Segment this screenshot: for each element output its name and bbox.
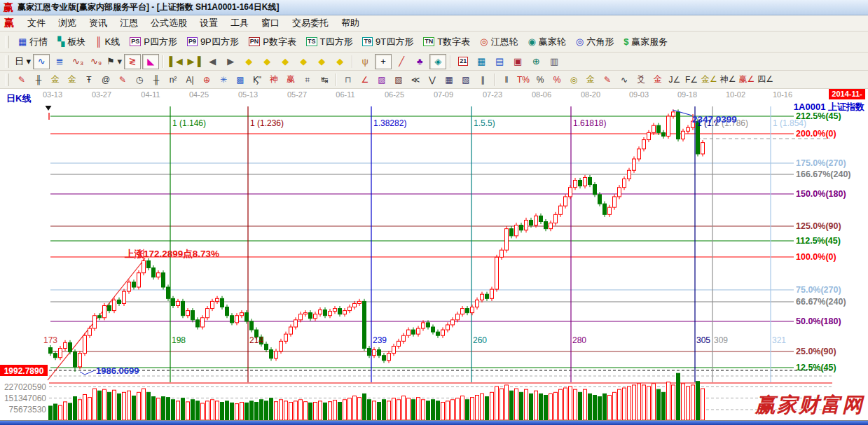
span-arrow-tool[interactable]: ↹ bbox=[317, 72, 332, 88]
spiral-tool[interactable]: @ bbox=[98, 72, 113, 88]
p-square-button[interactable]: PSP四方形 bbox=[125, 33, 182, 51]
fan-purple-tool[interactable]: ▨ bbox=[374, 72, 390, 88]
nav-prev-tool[interactable]: ◀ bbox=[204, 54, 221, 69]
k-quote-tool[interactable]: Ϗ" bbox=[249, 72, 265, 88]
toolbar-grip[interactable] bbox=[6, 55, 9, 68]
ruler-123-tool[interactable]: ⌗ bbox=[300, 72, 315, 88]
f-angle-tool[interactable]: F∠ bbox=[684, 72, 699, 88]
pan-hand-tool[interactable]: ψ bbox=[357, 54, 373, 69]
toolbar-grip[interactable] bbox=[6, 74, 9, 86]
calendar-21-tool[interactable]: 21 bbox=[455, 54, 471, 69]
gann-wheel-button[interactable]: ◎江恩轮 bbox=[475, 33, 523, 51]
wave-box-tool[interactable]: ∿ bbox=[616, 72, 632, 88]
angle-a-tool[interactable]: A| bbox=[182, 72, 198, 88]
percent-line-tool[interactable]: % bbox=[549, 72, 565, 88]
diamond-all-tool[interactable]: ◆ bbox=[331, 54, 348, 69]
winner-wheel-button[interactable]: ◉赢家轮 bbox=[523, 33, 570, 51]
menu-item-1[interactable]: 文件 bbox=[21, 15, 52, 31]
title-bar[interactable]: 赢 赢家江恩专业版[赢家内部服务平台] - [上证指数 SH1A0001-164… bbox=[0, 0, 868, 15]
ruler-2-tool[interactable]: ╫ bbox=[149, 72, 164, 88]
formula-scribble-tool[interactable]: ≷ bbox=[124, 54, 141, 69]
f-ruler-tool[interactable]: Ŧ bbox=[81, 72, 97, 88]
grid-square-tool[interactable]: ▦ bbox=[441, 72, 457, 88]
diamond-right-tool[interactable]: ◆ bbox=[259, 54, 275, 69]
menu-item-6[interactable]: 设置 bbox=[193, 15, 224, 31]
p-table-button[interactable]: PNP数字表 bbox=[244, 33, 301, 51]
menu-item-2[interactable]: 浏览 bbox=[52, 15, 83, 31]
gold-gate-2-tool[interactable]: 金 bbox=[64, 72, 80, 88]
menu-item-7[interactable]: 工具 bbox=[224, 15, 255, 31]
compass-blue-tool[interactable]: ✳ bbox=[216, 72, 231, 88]
percent-tool[interactable]: % bbox=[532, 72, 548, 88]
kline-button[interactable]: ║K线 bbox=[90, 33, 125, 51]
t-table-button[interactable]: TNT数字表 bbox=[418, 33, 475, 51]
brush-3-tool[interactable]: ✎ bbox=[600, 72, 615, 88]
yao-box-tool[interactable]: 爻 bbox=[633, 72, 649, 88]
parallel-lines-tool[interactable]: ∥ bbox=[475, 72, 490, 88]
volume-histogram-tool[interactable]: ◣ bbox=[142, 54, 159, 69]
gold-box-tool[interactable]: 金 bbox=[650, 72, 666, 88]
god-angle-tool[interactable]: 神∠ bbox=[719, 72, 737, 88]
wave-9-tool[interactable]: ∿₉ bbox=[88, 54, 104, 69]
diamond-horizontal-tool[interactable]: ◆ bbox=[277, 54, 294, 69]
9p-square-button[interactable]: P99P四方形 bbox=[182, 33, 244, 51]
nav-last-tool[interactable]: ▶▐ bbox=[186, 54, 202, 69]
sectors-button[interactable]: ▚板块 bbox=[53, 33, 90, 51]
grid-box-1-tool[interactable]: ▩ bbox=[233, 72, 248, 88]
grid-square-arrow-tool[interactable]: ▧ bbox=[458, 72, 474, 88]
t-percent-tool[interactable]: T% bbox=[516, 72, 531, 88]
win-ruler-tool[interactable]: 赢 bbox=[283, 72, 298, 88]
flag-marker-tool[interactable]: ⚑ ▾ bbox=[106, 54, 123, 69]
smart-brain-tool[interactable]: ◈ bbox=[429, 54, 446, 69]
grid-ruler-tool[interactable]: ╫ bbox=[31, 72, 46, 88]
fan-dark-tool[interactable]: ▧ bbox=[391, 72, 406, 88]
god-ruler-tool[interactable]: 神 bbox=[266, 72, 282, 88]
menu-item-9[interactable]: 交易委托 bbox=[286, 15, 335, 31]
compass-red-tool[interactable]: ⊕ bbox=[199, 72, 214, 88]
win-angle-tool[interactable]: 赢∠ bbox=[738, 72, 756, 88]
box-corner-tool[interactable]: ⊓ bbox=[340, 72, 356, 88]
web-globe-tool[interactable]: ⊕ bbox=[528, 54, 544, 69]
clock-cycle-tool[interactable]: ◷ bbox=[132, 72, 147, 88]
four-angle-tool[interactable]: 四∠ bbox=[757, 72, 774, 88]
menu-item-10[interactable]: 帮助 bbox=[335, 15, 366, 31]
remote-computer-tool[interactable]: ▥ bbox=[546, 54, 563, 69]
wave-3-tool[interactable]: ∿₃ bbox=[69, 54, 86, 69]
gold-gate-1-tool[interactable]: 金 bbox=[48, 72, 63, 88]
menu-item-8[interactable]: 窗口 bbox=[255, 15, 286, 31]
fan-lines-tool[interactable]: ≪ bbox=[408, 72, 423, 88]
nav-next-tool[interactable]: ▶ bbox=[222, 54, 239, 69]
info-document-tool[interactable]: ≣ bbox=[51, 54, 68, 69]
quote-button[interactable]: ▦行情 bbox=[13, 33, 53, 51]
menu-item-5[interactable]: 公式选股 bbox=[144, 15, 193, 31]
fan-red-tool[interactable]: ∠ bbox=[357, 72, 373, 88]
n-squared-tool[interactable]: n² bbox=[165, 72, 181, 88]
trendline-draw-tool[interactable]: ╱ bbox=[393, 54, 410, 69]
diamond-left-tool[interactable]: ◆ bbox=[240, 54, 257, 69]
candlestick-chart[interactable]: 212.5%(45)200.0%(0)175.0%(270)166.67%(24… bbox=[0, 89, 868, 420]
calculator-tool[interactable]: ▦ bbox=[473, 54, 490, 69]
crosshair-tool[interactable]: + bbox=[375, 54, 392, 69]
winner-service-button[interactable]: $赢家服务 bbox=[619, 33, 673, 51]
j-angle-tool[interactable]: J∠ bbox=[667, 72, 682, 88]
brush-2-tool[interactable]: ✎ bbox=[115, 72, 130, 88]
hexagon-button[interactable]: ◎六角形 bbox=[571, 33, 619, 51]
v-wave-tool[interactable]: ⋁ bbox=[425, 72, 440, 88]
t-square-button[interactable]: TST四方形 bbox=[301, 33, 357, 51]
menu-item-3[interactable]: 资讯 bbox=[83, 15, 113, 31]
trend-zigzag-tool[interactable]: ∿ bbox=[33, 54, 50, 69]
notepad-tool[interactable]: ▤ bbox=[491, 54, 508, 69]
gold-angle-tool[interactable]: 金∠ bbox=[701, 72, 718, 88]
menu-item-4[interactable]: 江恩 bbox=[113, 15, 144, 31]
period-select-tool[interactable]: 日 ▾ bbox=[14, 54, 32, 69]
save-floppy-tool[interactable]: ▣ bbox=[509, 54, 526, 69]
nav-first-tool[interactable]: ▌◀ bbox=[167, 54, 184, 69]
diamond-both-tool[interactable]: ◆ bbox=[295, 54, 312, 69]
price-bars-tool[interactable]: ‖ bbox=[499, 72, 514, 88]
brush-red-tool[interactable]: ✎ bbox=[14, 72, 29, 88]
gold-line-tool[interactable]: 金 bbox=[583, 72, 598, 88]
tools-tree-tool[interactable]: ♣ bbox=[411, 54, 428, 69]
gold-circle-tool[interactable]: ◎ bbox=[566, 72, 581, 88]
diamond-cross-tool[interactable]: ◆ bbox=[313, 54, 330, 69]
toolbar-grip[interactable] bbox=[6, 36, 9, 48]
